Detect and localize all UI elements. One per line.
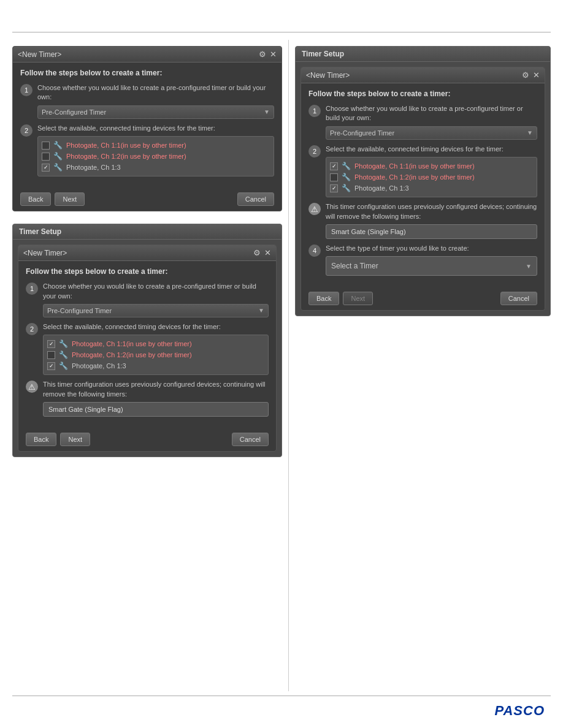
dialog2-right-device3-label: Photogate, Ch 1:3 [354, 184, 409, 192]
dialog2-right-cancel-button[interactable]: Cancel [500, 292, 537, 305]
dialog2-right-device1-checkbox[interactable] [330, 162, 338, 170]
dialog2-left-close-button[interactable]: ✕ [264, 248, 271, 257]
list-item: 🔧 Photogate, Ch 1:2(in use by other time… [42, 151, 270, 162]
dialog2-right-device3-checkbox[interactable] [330, 184, 338, 192]
dialog2-right-outer: Timer Setup <New Timer> ⚙ ✕ Follow the s… [295, 46, 551, 316]
dialog2-left-device2-checkbox[interactable] [47, 351, 55, 359]
dialog2-left-cancel-button[interactable]: Cancel [232, 433, 269, 446]
dialog2-right-gear-icon: ⚙ [522, 70, 529, 80]
dialog1-step1-circle: 1 [20, 84, 33, 96]
dialog1-device3-label: Photogate, Ch 1:3 [66, 164, 121, 171]
dialog1-instructions: Follow the steps below to create a timer… [20, 69, 274, 77]
select-timer-dropdown[interactable]: Select a Timer ▼ [326, 256, 537, 276]
dialog2-right-device-list: 🔧 Photogate, Ch 1:1(in use by other time… [326, 157, 537, 197]
dialog2-right-step4-content: Select the type of timer you would like … [326, 244, 537, 276]
dialog1-step2-row: 2 Select the available, connected timing… [20, 124, 274, 176]
dialog2-right-title: <New Timer> [306, 71, 518, 80]
dialog1-device3-icon: 🔧 [53, 163, 63, 172]
dialog2-left-step2-circle: 2 [26, 323, 38, 335]
dialog2-left-title: <New Timer> [23, 249, 250, 257]
dialog2-right-step3-row: ⚠ This timer configuration uses previous… [308, 202, 537, 239]
right-column: Timer Setup <New Timer> ⚙ ✕ Follow the s… [289, 40, 551, 691]
dialog2-left-step2-row: 2 Select the available, connected timing… [26, 322, 269, 375]
dialog1-device2-icon: 🔧 [53, 152, 63, 161]
dialog1: <New Timer> ⚙ ✕ Follow the steps below t… [12, 46, 282, 211]
dialog1-title: <New Timer> [18, 50, 255, 59]
dialog1-body: Follow the steps below to create a timer… [13, 63, 282, 188]
bottom-rule [12, 696, 551, 696]
dialog2-right-step2-content: Select the available, connected timing d… [326, 145, 537, 197]
dialog2-right-device1-icon: 🔧 [342, 162, 351, 170]
dialog1-step2-circle: 2 [20, 124, 33, 137]
dialog2-right-close-button[interactable]: ✕ [533, 70, 540, 80]
dialog1-device-list: 🔧 Photogate, Ch 1:1(in use by other time… [37, 136, 274, 176]
list-item: 🔧 Photogate, Ch 1:2(in use by other time… [47, 349, 264, 360]
list-item: 🔧 Photogate, Ch 1:1(in use by other time… [42, 140, 270, 151]
dialog2-left-dialog-body: Follow the steps below to create a timer… [18, 261, 276, 428]
dialog1-footer: Back Next Cancel [13, 188, 282, 211]
dialog2-right-footer: Back Next Cancel [301, 287, 545, 310]
pasco-logo: PASCO [494, 703, 545, 719]
dialog1-titlebar: <New Timer> ⚙ ✕ [13, 47, 282, 63]
dialog1-next-button[interactable]: Next [55, 192, 85, 206]
dialog2-left-step1-dropdown[interactable]: Pre-Configured Timer ▼ [43, 304, 269, 317]
dialog2-right-step1-dropdown-value: Pre-Configured Timer [330, 129, 394, 137]
list-item: 🔧 Photogate, Ch 1:3 [47, 360, 264, 371]
list-item: 🔧 Photogate, Ch 1:1(in use by other time… [330, 161, 533, 172]
dialog2-left-gear-icon: ⚙ [253, 248, 261, 257]
dialog2-right-step1-dropdown-arrow: ▼ [527, 129, 533, 136]
dialog1-step1-dropdown-value: Pre-Configured Timer [42, 108, 106, 116]
dialog1-step1-row: 1 Choose whether you would like to creat… [20, 83, 274, 119]
dialog2-right-device1-label: Photogate, Ch 1:1(in use by other timer) [354, 162, 475, 170]
dialog2-left-device2-icon: 🔧 [59, 351, 68, 359]
main-layout: <New Timer> ⚙ ✕ Follow the steps below t… [12, 40, 551, 691]
dialog2-left-step1-label: Choose whether you would like to create … [43, 282, 269, 301]
dialog1-close-button[interactable]: ✕ [270, 50, 277, 59]
dialog2-left-step3-content: This timer configuration uses previously… [43, 380, 269, 417]
dialog2-left-step1-circle: 1 [26, 282, 38, 295]
dialog2-left-device1-label: Photogate, Ch 1:1(in use by other timer) [72, 340, 192, 347]
dialog2-right-instructions: Follow the steps below to create a timer… [308, 89, 537, 98]
dialog2-right-device2-checkbox[interactable] [330, 173, 338, 181]
list-item: 🔧 Photogate, Ch 1:3 [330, 183, 533, 194]
dialog2-right-step3-content: This timer configuration uses previously… [326, 202, 537, 239]
dialog2-left-step1-dropdown-arrow: ▼ [258, 307, 264, 314]
dialog2-left-step1-dropdown-value: Pre-Configured Timer [47, 307, 112, 314]
dialog2-right-dialog-body: Follow the steps below to create a timer… [301, 83, 545, 287]
dialog2-right-step4-label: Select the type of timer you would like … [326, 244, 537, 253]
dialog2-left-outer-title: Timer Setup [13, 224, 282, 240]
dialog2-right-step2-label: Select the available, connected timing d… [326, 145, 537, 154]
dialog2-left-footer: Back Next Cancel [18, 428, 276, 451]
dialog2-right-outer-title: Timer Setup [296, 47, 550, 62]
dialog1-back-button[interactable]: Back [20, 192, 51, 206]
dialog2-right-step3-circle: ⚠ [308, 203, 321, 215]
dialog1-step1-dropdown[interactable]: Pre-Configured Timer ▼ [37, 105, 274, 119]
dialog2-right-step4-circle: 4 [308, 245, 321, 257]
dialog2-right-step2-row: 2 Select the available, connected timing… [308, 145, 537, 197]
dialog2-left-device1-icon: 🔧 [59, 339, 68, 348]
top-rule [12, 32, 551, 32]
dialog2-right-step1-dropdown[interactable]: Pre-Configured Timer ▼ [326, 126, 537, 140]
dialog1-cancel-button[interactable]: Cancel [237, 192, 274, 206]
dialog2-left-instructions: Follow the steps below to create a timer… [26, 267, 269, 276]
dialog2-left-step2-label: Select the available, connected timing d… [43, 322, 269, 332]
dialog2-left-body: <New Timer> ⚙ ✕ Follow the steps below t… [13, 240, 282, 457]
dialog2-left-back-button[interactable]: Back [26, 433, 56, 446]
dialog2-left-step1-row: 1 Choose whether you would like to creat… [26, 282, 269, 317]
dialog2-right-warning-box: Smart Gate (Single Flag) [326, 224, 537, 239]
dialog2-left-device1-checkbox[interactable] [47, 340, 55, 348]
dialog2-left-next-button[interactable]: Next [60, 433, 90, 446]
dialog2-left-step3-label: This timer configuration uses previously… [43, 380, 269, 399]
dialog2-right-step3-warning-icon: ⚠ [311, 205, 318, 214]
dialog1-gear-icon: ⚙ [259, 50, 266, 59]
select-timer-dropdown-value: Select a Timer [331, 262, 378, 270]
dialog2-right-next-button[interactable]: Next [343, 292, 373, 305]
dialog2-left-device3-checkbox[interactable] [47, 362, 55, 370]
select-timer-dropdown-arrow: ▼ [526, 263, 532, 270]
dialog1-device2-checkbox[interactable] [42, 153, 50, 161]
left-column: <New Timer> ⚙ ✕ Follow the steps below t… [12, 40, 288, 691]
dialog1-device3-checkbox[interactable] [42, 164, 50, 172]
dialog2-right-back-button[interactable]: Back [308, 292, 339, 305]
dialog2-right-device3-icon: 🔧 [342, 184, 351, 192]
dialog1-device1-checkbox[interactable] [42, 142, 50, 150]
